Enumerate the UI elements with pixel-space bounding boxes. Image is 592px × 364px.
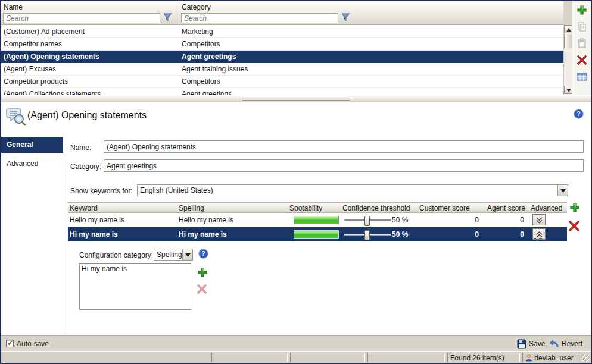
delete-keyword-icon[interactable] bbox=[568, 220, 579, 231]
agent-score-value: 0 bbox=[488, 216, 524, 224]
name-filter-icon[interactable] bbox=[162, 13, 173, 23]
revert-icon bbox=[549, 340, 559, 349]
save-icon bbox=[517, 339, 526, 349]
column-header-category[interactable]: Category bbox=[182, 3, 211, 11]
splitter-grip[interactable] bbox=[242, 98, 350, 101]
add-icon[interactable] bbox=[577, 5, 587, 15]
category-field[interactable] bbox=[104, 159, 584, 172]
page-title: (Agent) Opening statements bbox=[27, 110, 147, 121]
keyword-set-grid: Name Category (Customer) Ad placementMar… bbox=[1, 1, 563, 95]
tab-general[interactable]: General bbox=[1, 137, 63, 153]
slider-thumb[interactable] bbox=[364, 230, 370, 240]
configuration-category-label: Configuration category: bbox=[79, 251, 153, 259]
name-field[interactable] bbox=[104, 140, 584, 153]
help-icon[interactable]: ? bbox=[574, 109, 584, 119]
header-keyword: Keyword bbox=[70, 204, 98, 212]
table-row[interactable]: (Agent) Collections statementsAgent gree… bbox=[1, 88, 563, 95]
pane-splitter[interactable] bbox=[1, 95, 591, 102]
paste-icon[interactable] bbox=[577, 38, 587, 49]
detail-tabs: General Advanced bbox=[1, 137, 64, 172]
copy-icon[interactable] bbox=[577, 21, 587, 32]
scroll-up-icon[interactable] bbox=[564, 25, 572, 33]
revert-button[interactable]: Revert bbox=[549, 338, 582, 350]
column-divider[interactable] bbox=[179, 1, 179, 25]
keyword-set-icon bbox=[6, 107, 26, 128]
grid-rows: (Customer) Ad placementMarketing Competi… bbox=[1, 26, 563, 95]
chevron-down-icon[interactable] bbox=[557, 185, 568, 196]
status-panel bbox=[290, 353, 365, 362]
advanced-toggle-button[interactable] bbox=[532, 214, 546, 225]
spotability-bar bbox=[294, 216, 339, 224]
keyword-table-header: Keyword Spelling Spotability Confidence … bbox=[68, 202, 567, 213]
confidence-value: 50 % bbox=[392, 230, 408, 239]
bottom-bar: Auto-save Save Revert bbox=[1, 335, 591, 351]
configuration-category-select[interactable]: Spellings bbox=[154, 249, 193, 261]
table-row-selected[interactable]: (Agent) Opening statementsAgent greeting… bbox=[1, 51, 563, 63]
detail-pane: (Agent) Opening statements ? General Adv… bbox=[1, 102, 591, 335]
status-bar: Found 26 item(s) devlab_user bbox=[1, 351, 591, 363]
list-item[interactable]: Hi my name is bbox=[80, 264, 191, 274]
category-filter-icon[interactable] bbox=[340, 13, 351, 23]
header-customer-score: Customer score bbox=[419, 204, 470, 212]
delete-spelling-icon[interactable] bbox=[197, 284, 207, 294]
keyword-row[interactable]: Hello my name is Hello my name is 50 % 0… bbox=[68, 213, 567, 227]
keyword-row-selected[interactable]: Hi my name is Hi my name is 50 % 0 0 bbox=[68, 227, 567, 241]
customer-score-value: 0 bbox=[443, 230, 479, 239]
header-advanced: Advanced bbox=[531, 204, 562, 212]
keyword-table: Keyword Spelling Spotability Confidence … bbox=[68, 202, 567, 241]
name-label: Name: bbox=[70, 143, 91, 152]
column-header-name[interactable]: Name bbox=[4, 3, 23, 11]
table-row[interactable]: Competitor productsCompetitors bbox=[1, 76, 563, 88]
grid-toolbar bbox=[572, 1, 591, 95]
confidence-value: 50 % bbox=[392, 216, 408, 224]
table-row[interactable]: (Agent) ExcusesAgent training issues bbox=[1, 63, 563, 76]
header-spotability: Spotability bbox=[289, 204, 322, 212]
advanced-toggle-button[interactable] bbox=[532, 228, 546, 240]
tab-divider bbox=[64, 133, 64, 334]
user-panel: devlab_user bbox=[522, 353, 581, 362]
autosave-label: Auto-save bbox=[17, 340, 49, 348]
autosave-checkbox[interactable] bbox=[6, 340, 14, 347]
grid-view-icon[interactable] bbox=[577, 71, 587, 82]
slider-thumb[interactable] bbox=[364, 216, 370, 226]
scrollbar-thumb[interactable] bbox=[564, 34, 572, 48]
agent-score-value: 0 bbox=[488, 230, 524, 239]
category-label: Category: bbox=[70, 162, 101, 171]
table-row[interactable]: Competitor namesCompetitors bbox=[1, 38, 563, 51]
category-search-input[interactable] bbox=[181, 13, 338, 23]
svg-text:?: ? bbox=[201, 250, 205, 257]
header-confidence: Confidence threshold bbox=[342, 204, 410, 212]
configuration-help-icon[interactable]: ? bbox=[198, 249, 208, 259]
header-spelling: Spelling bbox=[179, 204, 204, 212]
status-panel bbox=[211, 353, 288, 362]
found-count-panel: Found 26 item(s) bbox=[447, 353, 520, 362]
spellings-listbox[interactable]: Hi my name is bbox=[79, 263, 191, 310]
name-search-input[interactable] bbox=[3, 13, 160, 23]
svg-text:?: ? bbox=[577, 110, 580, 117]
add-keyword-icon[interactable] bbox=[569, 202, 580, 213]
language-label: Show keywords for: bbox=[70, 187, 133, 195]
username: devlab_user bbox=[534, 354, 573, 362]
scroll-down-icon[interactable] bbox=[564, 86, 572, 94]
resize-grip[interactable] bbox=[582, 354, 590, 362]
add-spelling-icon[interactable] bbox=[197, 267, 208, 278]
application-window: Name Category (Customer) Ad placementMar… bbox=[0, 0, 592, 364]
grid-header: Name Category bbox=[1, 1, 563, 25]
table-row[interactable]: (Customer) Ad placementMarketing bbox=[1, 26, 563, 38]
spotability-bar bbox=[294, 230, 339, 239]
chevron-down-icon[interactable] bbox=[182, 249, 192, 260]
header-agent-score: Agent score bbox=[487, 204, 525, 212]
save-button[interactable]: Save bbox=[517, 338, 545, 350]
confidence-slider[interactable] bbox=[344, 234, 391, 236]
tab-advanced[interactable]: Advanced bbox=[1, 156, 63, 172]
language-select[interactable]: English (United States) bbox=[137, 184, 568, 196]
delete-icon[interactable] bbox=[577, 55, 587, 65]
grid-scrollbar[interactable] bbox=[563, 25, 572, 95]
confidence-slider[interactable] bbox=[344, 219, 391, 221]
customer-score-value: 0 bbox=[443, 216, 479, 224]
status-panel bbox=[367, 353, 445, 362]
user-icon bbox=[525, 354, 532, 362]
